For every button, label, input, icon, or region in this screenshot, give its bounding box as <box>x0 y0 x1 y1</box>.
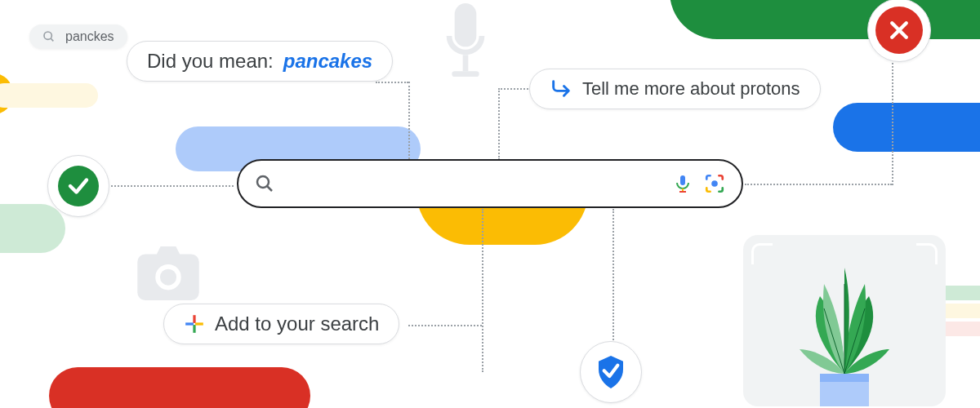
bg-blob-lightgreen <box>0 204 65 253</box>
voice-search-icon[interactable] <box>673 174 693 193</box>
svg-line-12 <box>267 186 272 191</box>
multisearch-text: Add to your search <box>215 313 379 335</box>
search-icon <box>255 174 274 193</box>
svg-rect-0 <box>455 3 477 47</box>
connector <box>111 185 234 187</box>
search-bar[interactable] <box>237 159 743 208</box>
svg-rect-9 <box>185 322 194 325</box>
typo-text: panckes <box>65 29 114 44</box>
followup-chip[interactable]: Tell me more about protons <box>529 69 821 109</box>
typo-chip[interactable]: panckes <box>29 24 127 49</box>
connector <box>892 59 893 185</box>
connector <box>408 325 482 326</box>
svg-point-4 <box>160 269 176 286</box>
camera-icon <box>137 246 199 300</box>
svg-point-5 <box>44 32 51 39</box>
error-badge <box>867 0 931 62</box>
check-badge <box>47 155 109 217</box>
viewfinder-corner <box>916 243 938 264</box>
connector <box>408 82 410 159</box>
followup-arrow-icon <box>550 78 572 100</box>
plus-icon <box>184 313 205 335</box>
plant-illustration <box>775 251 914 406</box>
lens-icon[interactable] <box>704 173 725 194</box>
connector <box>498 88 500 160</box>
did-you-mean-suggestion: pancakes <box>283 50 372 73</box>
bg-blob-red <box>49 367 310 408</box>
multisearch-chip[interactable]: Add to your search <box>163 304 399 344</box>
did-you-mean-chip[interactable]: Did you mean: pancakes <box>127 41 393 82</box>
bg-blob-blue <box>833 103 980 152</box>
connector <box>376 82 408 83</box>
svg-line-6 <box>51 38 53 41</box>
close-icon <box>887 18 911 42</box>
connector <box>745 184 892 185</box>
svg-rect-20 <box>820 374 869 382</box>
microphone-icon <box>433 3 498 85</box>
svg-point-11 <box>257 176 269 188</box>
search-icon <box>42 30 56 43</box>
svg-rect-13 <box>680 175 685 185</box>
did-you-mean-prefix: Did you mean: <box>147 50 274 73</box>
shield-icon <box>595 354 627 390</box>
connector <box>612 209 614 344</box>
shield-badge <box>580 341 642 403</box>
svg-rect-10 <box>195 322 203 325</box>
lens-capture-card <box>743 235 946 406</box>
connector <box>498 88 531 90</box>
bg-blob-yellow-b <box>0 83 98 108</box>
connector <box>482 209 483 372</box>
checkmark-icon <box>66 174 91 198</box>
viewfinder-corner <box>751 243 773 264</box>
bg-blob-green <box>670 0 980 39</box>
svg-rect-2 <box>452 71 479 77</box>
followup-text: Tell me more about protons <box>582 78 800 100</box>
svg-rect-1 <box>463 55 469 71</box>
svg-point-16 <box>711 180 718 187</box>
svg-rect-8 <box>193 325 195 333</box>
svg-rect-7 <box>193 315 195 323</box>
